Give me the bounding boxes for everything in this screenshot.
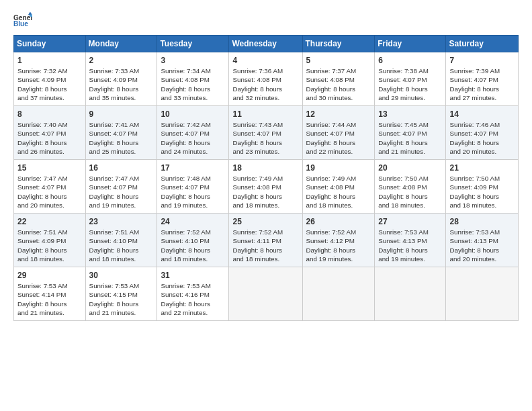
day-number: 6: [378, 55, 442, 66]
day-info: Sunrise: 7:33 AMSunset: 4:09 PMDaylight:…: [89, 66, 154, 102]
day-info: Sunrise: 7:53 AMSunset: 4:16 PMDaylight:…: [161, 281, 225, 317]
day-info: Sunrise: 7:44 AMSunset: 4:07 PMDaylight:…: [306, 120, 371, 156]
calendar-day-cell: 5Sunrise: 7:37 AMSunset: 4:08 PMDaylight…: [302, 52, 375, 106]
day-info: Sunrise: 7:37 AMSunset: 4:08 PMDaylight:…: [306, 66, 371, 102]
calendar-day-cell: 6Sunrise: 7:38 AMSunset: 4:07 PMDaylight…: [375, 52, 446, 106]
day-info: Sunrise: 7:48 AMSunset: 4:07 PMDaylight:…: [161, 174, 225, 210]
calendar-day-cell: 10Sunrise: 7:42 AMSunset: 4:07 PMDayligh…: [157, 106, 229, 160]
day-number: 26: [306, 216, 371, 227]
calendar-day-cell: 15Sunrise: 7:47 AMSunset: 4:07 PMDayligh…: [14, 160, 86, 214]
logo: General Blue: [13, 11, 35, 30]
day-info: Sunrise: 7:53 AMSunset: 4:15 PMDaylight:…: [89, 281, 154, 317]
day-info: Sunrise: 7:52 AMSunset: 4:11 PMDaylight:…: [232, 228, 298, 263]
day-number: 20: [378, 163, 442, 173]
day-info: Sunrise: 7:38 AMSunset: 4:07 PMDaylight:…: [378, 66, 442, 102]
calendar-day-cell: [229, 267, 302, 321]
calendar-day-cell: 1Sunrise: 7:32 AMSunset: 4:09 PMDaylight…: [14, 52, 86, 106]
calendar-week-row: 15Sunrise: 7:47 AMSunset: 4:07 PMDayligh…: [14, 160, 519, 214]
day-info: Sunrise: 7:49 AMSunset: 4:08 PMDaylight:…: [306, 174, 371, 210]
day-info: Sunrise: 7:42 AMSunset: 4:07 PMDaylight:…: [161, 120, 225, 156]
day-number: 13: [378, 109, 442, 120]
day-info: Sunrise: 7:52 AMSunset: 4:10 PMDaylight:…: [161, 228, 225, 263]
day-number: 14: [449, 109, 515, 120]
calendar-day-cell: [446, 267, 519, 321]
calendar-day-cell: 27Sunrise: 7:53 AMSunset: 4:13 PMDayligh…: [375, 214, 446, 267]
calendar-day-cell: 13Sunrise: 7:45 AMSunset: 4:07 PMDayligh…: [375, 106, 446, 160]
day-number: 1: [17, 55, 82, 66]
calendar-day-cell: 8Sunrise: 7:40 AMSunset: 4:07 PMDaylight…: [14, 106, 86, 160]
calendar-day-cell: 2Sunrise: 7:33 AMSunset: 4:09 PMDaylight…: [85, 52, 157, 106]
calendar-table: SundayMondayTuesdayWednesdayThursdayFrid…: [13, 35, 519, 321]
calendar-day-cell: 20Sunrise: 7:50 AMSunset: 4:08 PMDayligh…: [375, 160, 446, 214]
day-number: 30: [89, 270, 154, 281]
day-info: Sunrise: 7:40 AMSunset: 4:07 PMDaylight:…: [17, 120, 82, 156]
calendar-day-cell: 26Sunrise: 7:52 AMSunset: 4:12 PMDayligh…: [302, 214, 375, 267]
calendar-page: General Blue SundayMondayTuesdayWednesda…: [0, 0, 532, 328]
day-info: Sunrise: 7:52 AMSunset: 4:12 PMDaylight:…: [306, 228, 371, 263]
day-info: Sunrise: 7:39 AMSunset: 4:07 PMDaylight:…: [449, 66, 515, 102]
calendar-week-row: 22Sunrise: 7:51 AMSunset: 4:09 PMDayligh…: [14, 214, 519, 267]
day-info: Sunrise: 7:34 AMSunset: 4:08 PMDaylight:…: [161, 66, 225, 102]
calendar-day-cell: 14Sunrise: 7:46 AMSunset: 4:07 PMDayligh…: [446, 106, 519, 160]
day-number: 9: [89, 109, 154, 120]
day-info: Sunrise: 7:47 AMSunset: 4:07 PMDaylight:…: [89, 174, 154, 210]
day-info: Sunrise: 7:32 AMSunset: 4:09 PMDaylight:…: [17, 66, 82, 102]
calendar-day-cell: 17Sunrise: 7:48 AMSunset: 4:07 PMDayligh…: [157, 160, 229, 214]
calendar-day-cell: 18Sunrise: 7:49 AMSunset: 4:08 PMDayligh…: [229, 160, 302, 214]
day-info: Sunrise: 7:51 AMSunset: 4:10 PMDaylight:…: [89, 228, 154, 263]
calendar-day-cell: 21Sunrise: 7:50 AMSunset: 4:09 PMDayligh…: [446, 160, 519, 214]
day-number: 10: [161, 109, 225, 120]
calendar-day-cell: [375, 267, 446, 321]
day-number: 4: [232, 55, 298, 66]
calendar-week-row: 1Sunrise: 7:32 AMSunset: 4:09 PMDaylight…: [14, 52, 519, 106]
day-info: Sunrise: 7:49 AMSunset: 4:08 PMDaylight:…: [232, 174, 298, 210]
day-number: 15: [17, 163, 82, 173]
day-info: Sunrise: 7:53 AMSunset: 4:14 PMDaylight:…: [17, 281, 82, 317]
day-number: 22: [17, 216, 82, 227]
calendar-day-cell: 7Sunrise: 7:39 AMSunset: 4:07 PMDaylight…: [446, 52, 519, 106]
day-info: Sunrise: 7:45 AMSunset: 4:07 PMDaylight:…: [378, 120, 442, 156]
day-number: 11: [232, 109, 298, 120]
day-number: 27: [378, 216, 442, 227]
day-number: 31: [161, 270, 225, 281]
day-number: 18: [232, 163, 298, 173]
weekday-header: Monday: [85, 36, 157, 52]
day-info: Sunrise: 7:41 AMSunset: 4:07 PMDaylight:…: [89, 120, 154, 156]
day-info: Sunrise: 7:43 AMSunset: 4:07 PMDaylight:…: [232, 120, 298, 156]
day-number: 3: [161, 55, 225, 66]
day-number: 19: [306, 163, 371, 173]
day-number: 5: [306, 55, 371, 66]
weekday-header: Wednesday: [229, 36, 302, 52]
day-info: Sunrise: 7:51 AMSunset: 4:09 PMDaylight:…: [17, 228, 82, 263]
svg-text:Blue: Blue: [13, 20, 28, 28]
calendar-day-cell: 22Sunrise: 7:51 AMSunset: 4:09 PMDayligh…: [14, 214, 86, 267]
calendar-day-cell: 23Sunrise: 7:51 AMSunset: 4:10 PMDayligh…: [85, 214, 157, 267]
weekday-header: Sunday: [14, 36, 86, 52]
day-number: 2: [89, 55, 154, 66]
weekday-header: Tuesday: [157, 36, 229, 52]
day-number: 29: [17, 270, 82, 281]
day-info: Sunrise: 7:47 AMSunset: 4:07 PMDaylight:…: [17, 174, 82, 210]
day-info: Sunrise: 7:50 AMSunset: 4:08 PMDaylight:…: [378, 174, 442, 210]
day-info: Sunrise: 7:36 AMSunset: 4:08 PMDaylight:…: [232, 66, 298, 102]
weekday-header: Friday: [375, 36, 446, 52]
calendar-header-row: SundayMondayTuesdayWednesdayThursdayFrid…: [14, 36, 519, 52]
svg-marker-2: [28, 12, 32, 15]
day-info: Sunrise: 7:53 AMSunset: 4:13 PMDaylight:…: [449, 228, 515, 263]
day-number: 24: [161, 216, 225, 227]
weekday-header: Saturday: [446, 36, 519, 52]
calendar-week-row: 8Sunrise: 7:40 AMSunset: 4:07 PMDaylight…: [14, 106, 519, 160]
day-number: 7: [449, 55, 515, 66]
day-number: 12: [306, 109, 371, 120]
calendar-day-cell: 9Sunrise: 7:41 AMSunset: 4:07 PMDaylight…: [85, 106, 157, 160]
calendar-day-cell: 12Sunrise: 7:44 AMSunset: 4:07 PMDayligh…: [302, 106, 375, 160]
calendar-day-cell: 25Sunrise: 7:52 AMSunset: 4:11 PMDayligh…: [229, 214, 302, 267]
calendar-day-cell: 3Sunrise: 7:34 AMSunset: 4:08 PMDaylight…: [157, 52, 229, 106]
day-number: 17: [161, 163, 225, 173]
day-number: 25: [232, 216, 298, 227]
calendar-day-cell: 30Sunrise: 7:53 AMSunset: 4:15 PMDayligh…: [85, 267, 157, 321]
page-header: General Blue: [13, 11, 519, 30]
calendar-week-row: 29Sunrise: 7:53 AMSunset: 4:14 PMDayligh…: [14, 267, 519, 321]
weekday-header: Thursday: [302, 36, 375, 52]
day-number: 8: [17, 109, 82, 120]
